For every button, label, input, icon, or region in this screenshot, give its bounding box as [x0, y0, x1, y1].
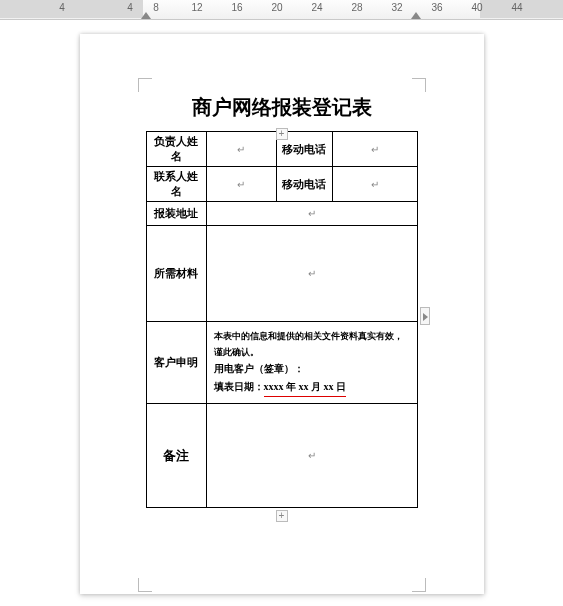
- field-responsible-name[interactable]: ↵: [206, 132, 276, 167]
- declaration-line-2: 用电客户（签章）：: [214, 360, 410, 378]
- document-page[interactable]: 商户网络报装登记表 + 负责人姓名 ↵: [80, 34, 484, 594]
- word-editor-viewport: 4 4 8 12 16 20 24 28 32 36 40 44 商户网络报装登…: [0, 0, 563, 606]
- table-add-top-button[interactable]: +: [276, 128, 288, 140]
- label-contact-name: 联系人姓名: [146, 167, 206, 202]
- label-materials: 所需材料: [146, 226, 206, 322]
- ruler-label: 20: [271, 2, 282, 13]
- ruler-label: 4: [127, 2, 133, 13]
- label-mobile-2: 移动电话: [276, 167, 332, 202]
- declaration-line-3: 填表日期：xxxx 年 xx 月 xx 日: [214, 378, 410, 397]
- label-remark: 备注: [146, 404, 206, 508]
- ruler-label: 4: [59, 2, 65, 13]
- ruler-label: 12: [191, 2, 202, 13]
- field-install-address[interactable]: ↵: [206, 202, 417, 226]
- indent-left-icon[interactable]: [141, 12, 151, 19]
- ruler-label: 40: [471, 2, 482, 13]
- field-mobile-1[interactable]: ↵: [332, 132, 417, 167]
- label-install-address: 报装地址: [146, 202, 206, 226]
- field-materials[interactable]: ↵: [206, 226, 417, 322]
- registration-form-table[interactable]: 负责人姓名 ↵ 移动电话 ↵ 联系人姓名 ↵ 移动电话 ↵ 报装地址: [146, 131, 418, 508]
- ruler-label: 32: [391, 2, 402, 13]
- field-remark[interactable]: ↵: [206, 404, 417, 508]
- table-row: 备注 ↵: [146, 404, 417, 508]
- table-row: 报装地址 ↵: [146, 202, 417, 226]
- document-title: 商户网络报装登记表: [146, 94, 418, 121]
- declaration-line-1: 本表中的信息和提供的相关文件资料真实有效，谨此确认。: [214, 328, 410, 360]
- label-declaration: 客户申明: [146, 322, 206, 404]
- ruler-label: 36: [431, 2, 442, 13]
- field-declaration[interactable]: 本表中的信息和提供的相关文件资料真实有效，谨此确认。 用电客户（签章）： 填表日…: [206, 322, 417, 404]
- table-row: 所需材料 ↵: [146, 226, 417, 322]
- field-contact-name[interactable]: ↵: [206, 167, 276, 202]
- horizontal-ruler[interactable]: 4 4 8 12 16 20 24 28 32 36 40 44: [0, 0, 563, 20]
- margin-guide-tr: [412, 78, 426, 92]
- ruler-label: 24: [311, 2, 322, 13]
- indent-right-icon[interactable]: [411, 12, 421, 19]
- declaration-date-value: xxxx 年 xx 月 xx 日: [264, 378, 347, 397]
- table-row: 联系人姓名 ↵ 移动电话 ↵: [146, 167, 417, 202]
- page-area: 商户网络报装登记表 + 负责人姓名 ↵: [0, 20, 563, 606]
- ruler-label: 44: [511, 2, 522, 13]
- ruler-label: 28: [351, 2, 362, 13]
- label-responsible-name: 负责人姓名: [146, 132, 206, 167]
- declaration-date-prefix: 填表日期：: [214, 381, 264, 392]
- ruler-label: 16: [231, 2, 242, 13]
- ruler-label: 8: [153, 2, 159, 13]
- field-mobile-2[interactable]: ↵: [332, 167, 417, 202]
- table-row: 客户申明 本表中的信息和提供的相关文件资料真实有效，谨此确认。 用电客户（签章）…: [146, 322, 417, 404]
- table-add-bottom-button[interactable]: +: [276, 510, 288, 522]
- table-side-handle[interactable]: [420, 307, 430, 325]
- page-content[interactable]: 商户网络报装登记表 + 负责人姓名 ↵: [146, 94, 418, 584]
- margin-guide-tl: [138, 78, 152, 92]
